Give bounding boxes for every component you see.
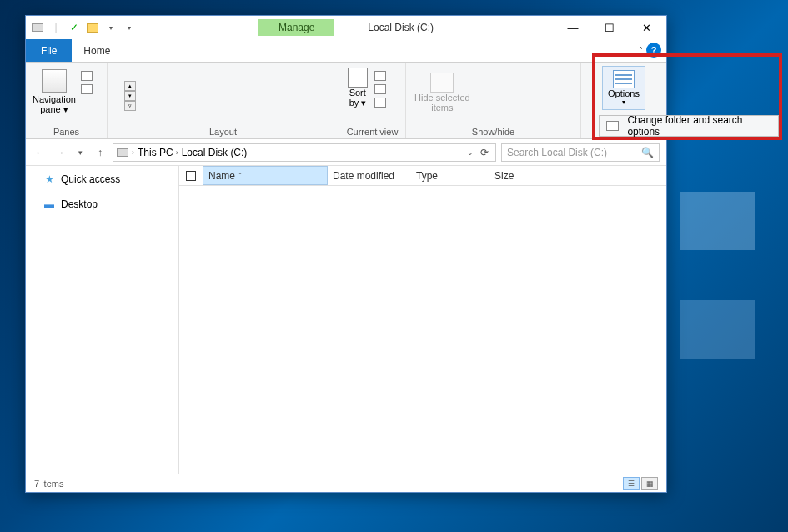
add-columns-icon[interactable] bbox=[374, 84, 386, 94]
qat-overflow-icon[interactable]: ▾ bbox=[123, 21, 136, 34]
current-view-group-label: Current view bbox=[344, 125, 400, 138]
qat-separator: | bbox=[49, 21, 63, 34]
file-menu[interactable]: File bbox=[26, 39, 72, 62]
drive-icon bbox=[117, 148, 128, 157]
options-dropdown-menu: Change folder and search options bbox=[599, 115, 779, 137]
qat-check-icon[interactable]: ✓ bbox=[68, 21, 81, 34]
window-title: Local Disk (C:) bbox=[368, 22, 434, 33]
ribbon: Navigation pane ▾ Panes ▴ ▾ ▿ Layout bbox=[26, 63, 666, 139]
address-bar[interactable]: › This PC› Local Disk (C:) ⌄ ⟳ bbox=[113, 143, 496, 162]
qat-properties-icon[interactable] bbox=[31, 21, 44, 34]
maximize-button[interactable]: ☐ bbox=[591, 16, 628, 39]
status-bar: 7 items ☰ ▦ bbox=[26, 474, 666, 492]
recent-locations-icon[interactable]: ▾ bbox=[73, 145, 88, 160]
options-label: Options bbox=[608, 88, 640, 98]
hide-selected-icon bbox=[430, 73, 454, 93]
details-pane-icon[interactable] bbox=[81, 84, 93, 94]
sort-icon bbox=[348, 68, 368, 88]
icons-view-toggle[interactable]: ▦ bbox=[641, 477, 658, 490]
column-size[interactable]: Size bbox=[489, 170, 540, 182]
size-columns-icon[interactable] bbox=[374, 98, 386, 108]
title-bar: | ✓ ▾ ▾ Manage Local Disk (C:) — ☐ ✕ bbox=[26, 16, 666, 39]
star-icon: ★ bbox=[43, 173, 56, 185]
layout-scroll-down[interactable]: ▾ bbox=[124, 91, 136, 101]
layout-group-label: Layout bbox=[113, 125, 334, 138]
search-input[interactable]: Search Local Disk (C:) 🔍 bbox=[501, 143, 660, 162]
ribbon-tabs: File Home ˄ ? bbox=[26, 39, 666, 63]
forward-button[interactable]: → bbox=[53, 145, 68, 160]
close-button[interactable]: ✕ bbox=[628, 16, 665, 39]
navigation-pane-label: Navigation pane ▾ bbox=[33, 94, 76, 115]
help-icon[interactable]: ? bbox=[646, 43, 661, 58]
search-icon: 🔍 bbox=[641, 147, 654, 158]
navigation-pane-button[interactable]: Navigation pane ▾ bbox=[31, 66, 78, 118]
tab-home[interactable]: Home bbox=[72, 39, 122, 62]
search-placeholder: Search Local Disk (C:) bbox=[507, 147, 607, 158]
options-icon bbox=[613, 70, 635, 88]
address-dropdown-icon[interactable]: ⌄ bbox=[467, 148, 474, 157]
qat-folder-icon[interactable] bbox=[86, 21, 99, 34]
group-by-icon[interactable] bbox=[374, 71, 386, 81]
breadcrumb-this-pc[interactable]: This PC› bbox=[138, 147, 178, 158]
panes-group-label: Panes bbox=[31, 125, 102, 138]
sidebar-desktop[interactable]: ▬Desktop bbox=[26, 196, 178, 213]
select-all-checkbox[interactable] bbox=[186, 171, 196, 181]
layout-more[interactable]: ▿ bbox=[124, 101, 136, 111]
breadcrumb-chevron[interactable]: › bbox=[132, 148, 134, 157]
column-date[interactable]: Date modified bbox=[328, 170, 411, 182]
status-items-count: 7 items bbox=[34, 479, 63, 489]
sort-by-label: Sort by ▾ bbox=[349, 88, 367, 108]
options-button[interactable]: Options ▾ bbox=[602, 66, 645, 110]
file-explorer-window: | ✓ ▾ ▾ Manage Local Disk (C:) — ☐ ✕ Fil… bbox=[25, 15, 667, 493]
column-type[interactable]: Type bbox=[411, 170, 489, 182]
file-list[interactable]: Name ˄ Date modified Type Size bbox=[179, 166, 666, 474]
qat-dropdown-icon[interactable]: ▾ bbox=[104, 21, 118, 34]
minimize-button[interactable]: — bbox=[555, 16, 591, 39]
contextual-tab-manage[interactable]: Manage bbox=[258, 19, 334, 36]
preview-pane-icon[interactable] bbox=[81, 71, 93, 81]
breadcrumb-local-disk[interactable]: Local Disk (C:) bbox=[182, 147, 248, 158]
sidebar-quick-access[interactable]: ★Quick access bbox=[26, 171, 178, 188]
navigation-tree[interactable]: ★Quick access ▬Desktop bbox=[26, 166, 179, 474]
address-bar-row: ← → ▾ ↑ › This PC› Local Disk (C:) ⌄ ⟳ S… bbox=[26, 139, 666, 166]
hide-selected-label: Hide selected items bbox=[414, 93, 470, 113]
ribbon-minimize-icon[interactable]: ˄ bbox=[639, 46, 643, 55]
hide-selected-button[interactable]: Hide selected items bbox=[414, 66, 470, 113]
back-button[interactable]: ← bbox=[33, 145, 48, 160]
column-headers: Name ˄ Date modified Type Size bbox=[179, 166, 666, 186]
details-view-toggle[interactable]: ☰ bbox=[623, 477, 640, 490]
desktop-icon: ▬ bbox=[43, 198, 56, 210]
sort-by-button[interactable]: Sort by ▾ bbox=[344, 66, 371, 110]
change-folder-options-item[interactable]: Change folder and search options bbox=[627, 114, 771, 138]
refresh-icon[interactable]: ⟳ bbox=[477, 147, 492, 158]
folder-options-icon bbox=[606, 121, 619, 131]
show-hide-group-label: Show/hide bbox=[411, 125, 575, 138]
column-name[interactable]: Name ˄ bbox=[203, 166, 328, 185]
up-button[interactable]: ↑ bbox=[93, 145, 108, 160]
navigation-pane-icon bbox=[42, 69, 67, 93]
layout-scroll-up[interactable]: ▴ bbox=[124, 81, 136, 91]
